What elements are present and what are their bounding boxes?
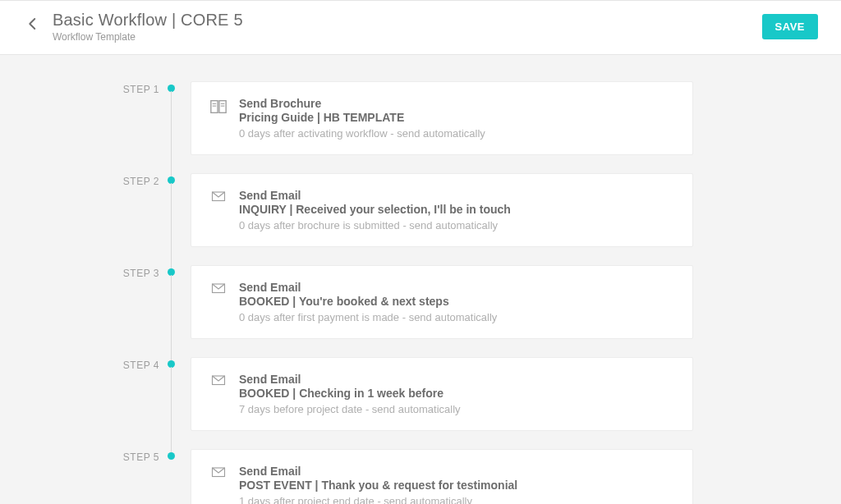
- step-meta: 0 days after activating workflow - send …: [239, 127, 673, 140]
- timeline-line: [171, 91, 172, 180]
- svg-rect-0: [211, 101, 218, 113]
- step-action: Send Email: [239, 189, 673, 202]
- step-row: STEP 4 Send Email BOOKED | Checking in 1…: [0, 357, 841, 431]
- brochure-icon: [209, 98, 227, 116]
- timeline-line: [171, 367, 172, 456]
- step-label: STEP 3: [123, 268, 159, 279]
- page-header: Basic Workflow | CORE 5 Workflow Templat…: [0, 1, 841, 55]
- step-row: STEP 5 Send Email POST EVENT | Thank you…: [0, 449, 841, 504]
- step-title: BOOKED | You're booked & next steps: [239, 295, 673, 308]
- email-icon: [209, 465, 227, 483]
- step-action: Send Email: [239, 281, 673, 294]
- step-meta: 0 days after brochure is submitted - sen…: [239, 219, 673, 231]
- step-meta: 0 days after first payment is made - sen…: [239, 311, 673, 323]
- step-card[interactable]: Send Email BOOKED | You're booked & next…: [191, 265, 693, 339]
- step-meta: 7 days before project date - send automa…: [239, 403, 673, 415]
- step-title: INQUIRY | Received your selection, I'll …: [239, 203, 673, 216]
- back-button[interactable]: [23, 12, 43, 35]
- chevron-left-icon: [25, 15, 40, 33]
- save-button[interactable]: SAVE: [762, 14, 818, 39]
- email-icon: [209, 373, 227, 392]
- step-title: BOOKED | Checking in 1 week before: [239, 387, 673, 400]
- step-card[interactable]: Send Email BOOKED | Checking in 1 week b…: [191, 357, 693, 431]
- step-row: STEP 3 Send Email BOOKED | You're booked…: [0, 265, 841, 339]
- step-card[interactable]: Send Brochure Pricing Guide | HB TEMPLAT…: [191, 81, 693, 155]
- page-title: Basic Workflow | CORE 5: [53, 11, 243, 30]
- page-subtitle: Workflow Template: [53, 31, 243, 43]
- step-meta: 1 days after project end date - send aut…: [239, 495, 673, 504]
- step-action: Send Email: [239, 465, 673, 478]
- step-action: Send Brochure: [239, 97, 673, 110]
- email-icon: [209, 282, 227, 300]
- step-card[interactable]: Send Email INQUIRY | Received your selec…: [191, 173, 693, 247]
- step-row: STEP 1 Send Brochure Pricing Guide | HB …: [0, 81, 841, 155]
- step-label: STEP 1: [123, 84, 159, 95]
- svg-rect-1: [219, 101, 226, 113]
- step-label: STEP 4: [123, 360, 159, 371]
- step-row: STEP 2 Send Email INQUIRY | Received you…: [0, 173, 841, 247]
- step-action: Send Email: [239, 373, 673, 386]
- step-title: POST EVENT | Thank you & request for tes…: [239, 479, 673, 492]
- step-dot: [168, 452, 175, 460]
- step-label: STEP 2: [123, 176, 159, 187]
- step-label: STEP 5: [123, 451, 159, 463]
- step-title: Pricing Guide | HB TEMPLATE: [239, 111, 673, 124]
- timeline-line: [171, 183, 172, 272]
- step-card[interactable]: Send Email POST EVENT | Thank you & requ…: [191, 449, 693, 504]
- email-icon: [209, 190, 227, 208]
- workflow-steps: STEP 1 Send Brochure Pricing Guide | HB …: [0, 55, 841, 504]
- timeline-line: [171, 275, 172, 364]
